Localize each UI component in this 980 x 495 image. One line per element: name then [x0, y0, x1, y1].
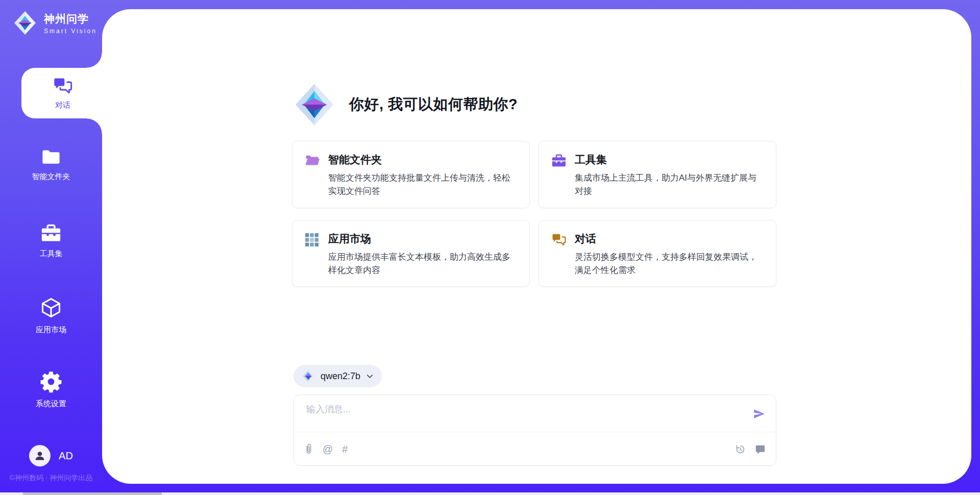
card-title: 工具集 [575, 153, 764, 167]
sidebar-item-label: 工具集 [40, 249, 63, 259]
diamond-logo-icon [302, 369, 315, 383]
hashtag-icon[interactable]: # [342, 444, 348, 454]
tab-fillet-top [87, 53, 102, 68]
gear-icon [40, 370, 62, 393]
composer: @ # [293, 394, 776, 466]
toolbox-icon [40, 224, 62, 243]
main-panel: 你好, 我可以如何帮助你? 智能文件夹 智能文件夹功能支持批量文件上传与清洗，轻… [102, 9, 971, 484]
grid-cube-icon [305, 232, 320, 278]
diamond-logo-icon [292, 82, 337, 128]
card-title: 对话 [575, 232, 764, 246]
user-name: AD [59, 450, 73, 462]
chat-icon [551, 232, 567, 278]
diamond-logo-icon [12, 10, 38, 36]
card-smart-folder[interactable]: 智能文件夹 智能文件夹功能支持批量文件上传与清洗，轻松实现文件问答 [292, 141, 530, 208]
sidebar-item-label: 智能文件夹 [32, 172, 70, 182]
sidebar-item-settings[interactable]: 系统设置 [0, 370, 102, 409]
sidebar-item-label: 对话 [55, 101, 70, 110]
send-icon[interactable] [752, 407, 766, 420]
feature-cards: 智能文件夹 智能文件夹功能支持批量文件上传与清洗，轻松实现文件问答 工具集 集成… [292, 141, 776, 287]
message-input[interactable] [306, 403, 730, 429]
model-name: qwen2:7b [321, 371, 360, 382]
mention-icon[interactable]: @ [323, 444, 333, 454]
sidebar-item-toolset[interactable]: 工具集 [0, 224, 102, 259]
chevron-down-icon [366, 373, 374, 380]
sidebar-item-chat[interactable]: 对话 [21, 68, 104, 118]
greeting-title: 你好, 我可以如何帮助你? [349, 94, 518, 115]
toolbox-icon [551, 153, 567, 199]
tab-fillet-bottom [87, 118, 102, 134]
sidebar-item-smart-folder[interactable]: 智能文件夹 [0, 148, 102, 182]
sidebar: 神州问学 Smart Vision 对话 智能文件夹 工具集 [0, 0, 102, 495]
card-toolset[interactable]: 工具集 集成市场上主流工具，助力AI与外界无缝扩展与对接 [538, 141, 776, 208]
card-description: 集成市场上主流工具，助力AI与外界无缝扩展与对接 [575, 171, 764, 199]
brand-name: 神州问学 [44, 12, 97, 26]
card-description: 灵活切换多模型文件，支持多样回复效果调试，满足个性化需求 [575, 251, 764, 278]
composer-toolbar: @ # [294, 432, 776, 466]
sidebar-item-app-market[interactable]: 应用市场 [0, 296, 102, 335]
card-title: 智能文件夹 [328, 153, 517, 167]
horizontal-scrollbar[interactable] [0, 492, 980, 495]
sidebar-item-label: 系统设置 [36, 399, 66, 409]
cube-icon [40, 296, 62, 319]
folder-icon [40, 148, 62, 166]
comment-icon[interactable] [755, 444, 766, 455]
sidebar-item-label: 应用市场 [36, 325, 66, 335]
hero: 你好, 我可以如何帮助你? [292, 82, 518, 128]
sidebar-footer: ©神州数码 · 神州问学出品 [0, 474, 102, 483]
card-title: 应用市场 [328, 232, 517, 246]
history-icon[interactable] [735, 444, 746, 455]
card-app-market[interactable]: 应用市场 应用市场提供丰富长文本模板，助力高效生成多样化文章内容 [292, 220, 530, 287]
avatar [29, 445, 51, 466]
card-description: 应用市场提供丰富长文本模板，助力高效生成多样化文章内容 [328, 251, 517, 278]
chat-icon [53, 77, 73, 95]
model-selector[interactable]: qwen2:7b [293, 365, 382, 387]
user-account[interactable]: AD [0, 445, 102, 466]
card-chat[interactable]: 对话 灵活切换多模型文件，支持多样回复效果调试，满足个性化需求 [538, 220, 776, 287]
paperclip-icon[interactable] [304, 443, 313, 455]
brand-subtitle: Smart Vision [44, 28, 97, 35]
horizontal-scrollbar-thumb[interactable] [23, 492, 162, 495]
card-description: 智能文件夹功能支持批量文件上传与清洗，轻松实现文件问答 [328, 171, 517, 199]
user-avatar-icon [34, 450, 46, 462]
brand: 神州问学 Smart Vision [12, 10, 97, 36]
folder-open-icon [305, 153, 320, 199]
